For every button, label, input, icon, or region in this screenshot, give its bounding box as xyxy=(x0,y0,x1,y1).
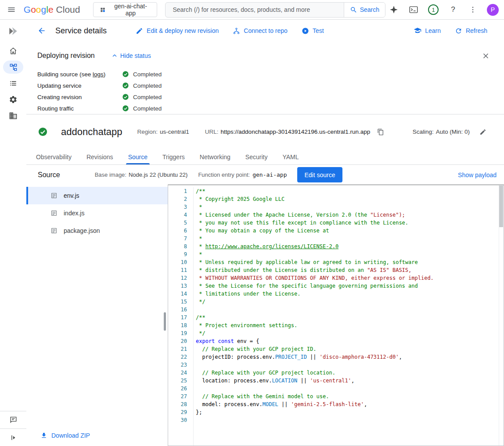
account-avatar[interactable]: P xyxy=(487,4,499,16)
status-row: Updating serviceCompleted xyxy=(37,80,493,91)
tab-observability[interactable]: Observability xyxy=(29,149,79,164)
line-numbers: 1234567891011121314151617181920212223242… xyxy=(168,187,194,446)
kebab-menu-icon xyxy=(469,6,477,14)
status-row: Routing trafficCompleted xyxy=(37,103,493,114)
learn-button[interactable]: Learn xyxy=(409,23,445,39)
back-button[interactable] xyxy=(33,22,50,39)
test-label: Test xyxy=(313,27,324,34)
collapse-panel-icon xyxy=(9,434,17,442)
help-button[interactable]: ? xyxy=(445,1,461,18)
edit-source-button[interactable]: Edit source xyxy=(297,167,342,182)
header-actions: Edit & deploy new revision Connect to re… xyxy=(131,23,328,39)
download-zip-button[interactable]: Download ZIP xyxy=(26,432,168,439)
code-editor[interactable]: 1234567891011121314151617181920212223242… xyxy=(168,185,504,446)
nav-settings[interactable] xyxy=(3,92,23,107)
search-button[interactable]: Search xyxy=(344,3,385,17)
back-arrow-icon xyxy=(37,26,46,35)
connect-to-repo-button[interactable]: Connect to repo xyxy=(228,23,292,39)
hide-status-label: Hide status xyxy=(120,52,151,59)
pencil-icon xyxy=(479,128,486,136)
edit-scaling-button[interactable] xyxy=(477,126,489,138)
panel-resize-handle[interactable] xyxy=(164,312,166,331)
test-button[interactable]: Test xyxy=(297,23,328,39)
cloud-run-logo xyxy=(0,20,26,43)
url-value[interactable]: https://addonchatapp-301439142196.us-cen… xyxy=(221,128,371,135)
file-icon xyxy=(50,227,58,234)
scrollbar-thumb[interactable] xyxy=(499,186,503,227)
search-bar: Search xyxy=(165,2,385,18)
base-image-label: Base image: xyxy=(95,171,126,178)
copy-url-button[interactable] xyxy=(374,126,387,138)
tab-source[interactable]: Source xyxy=(121,149,155,164)
more-options-button[interactable] xyxy=(464,1,481,18)
download-zip-label: Download ZIP xyxy=(51,432,90,439)
tab-revisions[interactable]: Revisions xyxy=(79,149,121,164)
file-list: env.jsindex.jspackage.json xyxy=(26,187,168,239)
base-image-value: Node.js 22 (Ubuntu 22) xyxy=(129,171,187,178)
tab-security[interactable]: Security xyxy=(238,149,275,164)
project-selector[interactable]: gen-ai-chat-app xyxy=(93,2,157,17)
region-value: us-central1 xyxy=(160,128,189,135)
rail-bottom xyxy=(0,411,26,446)
services-icon xyxy=(9,63,18,71)
status-label: Updating service xyxy=(37,82,122,89)
check-circle-icon xyxy=(122,71,129,78)
status-label: Creating revision xyxy=(37,94,122,100)
source-heading: Source xyxy=(38,171,60,179)
refresh-button[interactable]: Refresh xyxy=(450,23,492,39)
cloud-shell-button[interactable] xyxy=(405,1,422,18)
hamburger-icon xyxy=(7,5,16,14)
project-name: gen-ai-chat-app xyxy=(111,3,151,17)
tab-triggers[interactable]: Triggers xyxy=(155,149,192,164)
collapse-nav-button[interactable] xyxy=(5,429,22,446)
top-app-bar: Google Cloud gen-ai-chat-app Search 1 ? … xyxy=(0,0,504,20)
project-icon xyxy=(100,7,106,13)
tabs: ObservabilityRevisionsSourceTriggersNetw… xyxy=(26,149,504,165)
nav-home[interactable] xyxy=(3,43,23,59)
feedback-button[interactable] xyxy=(5,412,22,428)
list-icon xyxy=(9,79,18,88)
file-item-package.json[interactable]: package.json xyxy=(26,222,168,239)
nav-list[interactable] xyxy=(3,75,23,91)
hamburger-menu[interactable] xyxy=(4,1,19,18)
edit-deploy-revision-button[interactable]: Edit & deploy new revision xyxy=(131,23,223,39)
entry-point-value: gen-ai-app xyxy=(252,171,287,178)
entry-point-info: Function entry point: gen-ai-app xyxy=(198,171,287,178)
learn-label: Learn xyxy=(425,27,441,34)
check-circle-icon xyxy=(122,105,129,112)
file-item-env.js[interactable]: env.js xyxy=(26,187,168,204)
gemini-button[interactable] xyxy=(385,1,402,18)
file-icon xyxy=(50,210,58,217)
scaling-value: Auto (Min: 0) xyxy=(436,128,470,135)
region-label: Region: xyxy=(137,128,158,135)
show-payload-link[interactable]: Show payload xyxy=(458,171,497,178)
editor-scrollbar[interactable] xyxy=(499,185,504,446)
status-row: Building source (see logs)Completed xyxy=(37,68,493,80)
learn-icon xyxy=(414,27,421,35)
tab-networking[interactable]: Networking xyxy=(192,149,238,164)
hide-status-toggle[interactable]: Hide status xyxy=(111,52,151,59)
search-button-label: Search xyxy=(360,6,379,13)
nav-services[interactable] xyxy=(3,61,23,74)
code-content[interactable]: /** * Copyright 2025 Google LLC * * Lice… xyxy=(194,187,504,446)
main-content: Service details Edit & deploy new revisi… xyxy=(26,20,504,446)
pencil-icon xyxy=(136,27,143,35)
region-info: Region: us-central1 xyxy=(137,128,189,135)
notifications-button[interactable]: 1 xyxy=(425,1,442,18)
refresh-label: Refresh xyxy=(466,27,487,34)
connect-repo-label: Connect to repo xyxy=(244,27,288,34)
entry-point-label: Function entry point: xyxy=(198,171,250,178)
logs-link[interactable]: logs xyxy=(93,71,104,78)
home-icon xyxy=(9,46,18,55)
nav-domains[interactable] xyxy=(3,108,23,124)
search-input[interactable] xyxy=(166,3,343,17)
tab-yaml[interactable]: YAML xyxy=(275,149,306,164)
notification-count: 1 xyxy=(428,4,439,15)
cloud-wordmark: Cloud xyxy=(56,4,80,15)
close-status-button[interactable] xyxy=(479,49,493,63)
topbar-utilities: 1 ? P xyxy=(385,1,499,18)
deploy-panel-title: Deploying revision xyxy=(37,52,95,60)
building-icon xyxy=(9,111,18,120)
page-title: Service details xyxy=(55,26,107,36)
file-item-index.js[interactable]: index.js xyxy=(26,204,168,222)
